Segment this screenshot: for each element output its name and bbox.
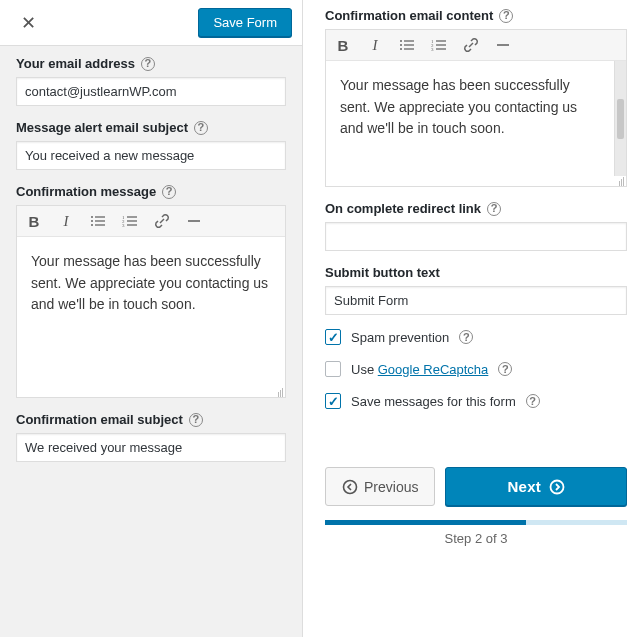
link-icon[interactable] bbox=[462, 36, 480, 54]
alert-subject-field[interactable] bbox=[16, 141, 286, 170]
previous-label: Previous bbox=[364, 479, 418, 495]
help-icon[interactable]: ? bbox=[526, 394, 540, 408]
conf-subject-field[interactable] bbox=[16, 433, 286, 462]
redirect-label-text: On complete redirect link bbox=[325, 201, 481, 216]
svg-point-0 bbox=[91, 216, 93, 218]
ordered-list-icon[interactable]: 123 bbox=[430, 36, 448, 54]
help-icon[interactable]: ? bbox=[189, 413, 203, 427]
conf-subject-text: Confirmation email subject bbox=[16, 412, 183, 427]
link-icon[interactable] bbox=[153, 212, 171, 230]
svg-point-2 bbox=[91, 220, 93, 222]
svg-point-17 bbox=[400, 48, 402, 50]
resize-handle-icon[interactable] bbox=[273, 388, 285, 398]
scrollbar-thumb[interactable] bbox=[617, 99, 624, 139]
conf-subject-label: Confirmation email subject ? bbox=[16, 412, 286, 427]
progress-bar bbox=[325, 520, 627, 525]
save-messages-label: Save messages for this form bbox=[351, 394, 516, 409]
close-icon[interactable]: ✕ bbox=[14, 9, 42, 37]
confirmation-message-label: Confirmation message ? bbox=[16, 184, 286, 199]
recaptcha-prefix: Use bbox=[351, 362, 374, 377]
submit-text-label: Submit button text bbox=[325, 265, 627, 280]
alert-subject-text: Message alert email subject bbox=[16, 120, 188, 135]
svg-text:3: 3 bbox=[122, 223, 125, 228]
spam-prevention-label: Spam prevention bbox=[351, 330, 449, 345]
previous-button[interactable]: Previous bbox=[325, 467, 435, 506]
save-messages-checkbox[interactable] bbox=[325, 393, 341, 409]
email-label: Your email address ? bbox=[16, 56, 286, 71]
confirmation-editor: B I 123 Your message has been succ bbox=[16, 205, 286, 398]
submit-text-field[interactable] bbox=[325, 286, 627, 315]
redirect-label: On complete redirect link ? bbox=[325, 201, 627, 216]
help-icon[interactable]: ? bbox=[499, 9, 513, 23]
recaptcha-checkbox[interactable] bbox=[325, 361, 341, 377]
svg-point-15 bbox=[400, 44, 402, 46]
horizontal-rule-icon[interactable] bbox=[494, 36, 512, 54]
conf-email-editor-body[interactable]: Your message has been successfully sent.… bbox=[326, 61, 614, 176]
help-icon[interactable]: ? bbox=[141, 57, 155, 71]
unordered-list-icon[interactable] bbox=[89, 212, 107, 230]
conf-email-content-text: Confirmation email content bbox=[325, 8, 493, 23]
redirect-field[interactable] bbox=[325, 222, 627, 251]
editor-toolbar: B I 123 bbox=[326, 30, 626, 61]
bold-icon[interactable]: B bbox=[334, 36, 352, 54]
svg-point-26 bbox=[344, 480, 357, 493]
svg-point-4 bbox=[91, 224, 93, 226]
svg-text:3: 3 bbox=[431, 47, 434, 52]
save-button[interactable]: Save Form bbox=[198, 8, 292, 37]
help-icon[interactable]: ? bbox=[487, 202, 501, 216]
italic-icon[interactable]: I bbox=[57, 212, 75, 230]
unordered-list-icon[interactable] bbox=[398, 36, 416, 54]
svg-point-27 bbox=[551, 480, 564, 493]
confirmation-editor-body[interactable]: Your message has been successfully sent.… bbox=[17, 237, 285, 387]
top-bar: ✕ Save Form bbox=[0, 0, 302, 46]
recaptcha-link[interactable]: Google ReCaptcha bbox=[378, 362, 489, 377]
help-icon[interactable]: ? bbox=[162, 185, 176, 199]
conf-email-content-label: Confirmation email content ? bbox=[325, 8, 627, 23]
confirmation-message-text: Confirmation message bbox=[16, 184, 156, 199]
spam-prevention-checkbox[interactable] bbox=[325, 329, 341, 345]
help-icon[interactable]: ? bbox=[459, 330, 473, 344]
submit-text-label-text: Submit button text bbox=[325, 265, 440, 280]
resize-handle-icon[interactable] bbox=[614, 177, 626, 187]
next-label: Next bbox=[507, 478, 541, 495]
help-icon[interactable]: ? bbox=[194, 121, 208, 135]
svg-point-13 bbox=[400, 40, 402, 42]
email-label-text: Your email address bbox=[16, 56, 135, 71]
conf-email-editor: B I 123 Your message has been successful… bbox=[325, 29, 627, 187]
bold-icon[interactable]: B bbox=[25, 212, 43, 230]
step-indicator: Step 2 of 3 bbox=[325, 531, 627, 546]
alert-subject-label: Message alert email subject ? bbox=[16, 120, 286, 135]
recaptcha-label: Use Google ReCaptcha bbox=[351, 362, 488, 377]
editor-toolbar: B I 123 bbox=[17, 206, 285, 237]
help-icon[interactable]: ? bbox=[498, 362, 512, 376]
arrow-left-icon bbox=[342, 479, 358, 495]
next-button[interactable]: Next bbox=[445, 467, 627, 506]
email-field[interactable] bbox=[16, 77, 286, 106]
horizontal-rule-icon[interactable] bbox=[185, 212, 203, 230]
italic-icon[interactable]: I bbox=[366, 36, 384, 54]
arrow-right-icon bbox=[549, 479, 565, 495]
progress-bar-fill bbox=[325, 520, 526, 525]
ordered-list-icon[interactable]: 123 bbox=[121, 212, 139, 230]
